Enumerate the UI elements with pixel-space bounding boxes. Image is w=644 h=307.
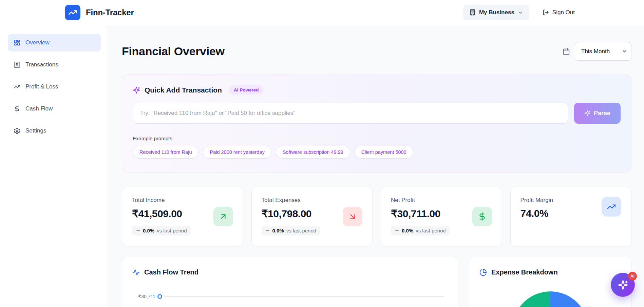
sparkles-icon: [618, 280, 628, 290]
stat-card-profit-margin: Profit Margin 74.0%: [510, 187, 632, 246]
stat-change-note: vs last period: [416, 228, 446, 233]
log-out-icon: [543, 9, 549, 16]
ai-badge: AI: [628, 272, 637, 281]
business-selector-button[interactable]: My Business: [463, 5, 529, 20]
example-prompts-label: Example prompts:: [133, 136, 621, 141]
sidebar-item-label: Settings: [25, 127, 46, 134]
example-prompt-chip[interactable]: Received 110 from Raju: [133, 146, 198, 159]
stat-label: Net Profit: [391, 197, 450, 204]
building-icon: [469, 9, 476, 16]
example-prompt-chip[interactable]: Paid 2000 rent yesterday: [203, 146, 271, 159]
parse-button-label: Parse: [594, 110, 610, 117]
sidebar-item-label: Transactions: [25, 61, 58, 68]
stat-change-note: vs last period: [286, 228, 316, 233]
minus-icon: [136, 228, 140, 233]
minus-icon: [395, 228, 399, 233]
top-header: Finn-Tracker My Business Sign Out: [0, 0, 644, 25]
charts-row: Cash Flow Trend ₹30,711 ₹24,569: [122, 257, 631, 307]
main-content: Financial Overview This Month Quick Add …: [108, 25, 644, 307]
y-axis-tick: ₹30,711: [132, 294, 155, 299]
stat-label: Total Income: [132, 197, 191, 204]
app-title: Finn-Tracker: [86, 8, 134, 17]
cash-flow-chart: ₹30,711 ₹24,569: [132, 294, 448, 307]
stat-change-value: 0.0%: [272, 228, 284, 233]
stat-value: ₹41,509.00: [132, 208, 191, 220]
receipt-icon: [14, 61, 20, 68]
quick-add-title: Quick Add Transaction: [145, 86, 222, 94]
pie-chart-icon: [479, 269, 487, 276]
activity-icon: [132, 269, 140, 276]
trending-up-icon: [68, 8, 77, 17]
trending-up-icon: [14, 83, 20, 90]
sidebar-item-label: Overview: [25, 39, 50, 46]
chevron-down-icon: [518, 10, 523, 15]
sidebar-item-settings[interactable]: Settings: [8, 122, 101, 140]
sidebar-item-overview[interactable]: Overview: [8, 34, 101, 52]
app-window: Finn-Tracker My Business Sign Out Overvi…: [0, 0, 644, 307]
trending-up-icon: [607, 202, 616, 211]
expense-donut-chart: [512, 291, 588, 307]
stat-label: Total Expenses: [262, 197, 320, 204]
data-point-marker: [157, 294, 162, 299]
example-prompt-chip[interactable]: Client payment 5000: [355, 146, 413, 159]
dollar-sign-icon: [14, 105, 20, 112]
gridline: [164, 296, 444, 297]
example-prompt-chip[interactable]: Software subscription 49.99: [276, 146, 350, 159]
ai-powered-badge: AI Powered: [229, 85, 264, 95]
expense-breakdown-card: Expense Breakdown: [469, 257, 631, 307]
sidebar-item-profit-loss[interactable]: Profit & Loss: [8, 78, 101, 96]
chart-title: Cash Flow Trend: [144, 268, 198, 276]
stat-value: ₹30,711.00: [391, 208, 450, 220]
sidebar-item-cash-flow[interactable]: Cash Flow: [8, 100, 101, 118]
sidebar-item-transactions[interactable]: Transactions: [8, 56, 101, 74]
cash-flow-trend-card: Cash Flow Trend ₹30,711 ₹24,569: [122, 257, 458, 307]
sparkles-icon: [133, 86, 140, 94]
stats-row: Total Income ₹41,509.00 0.0% vs last per…: [122, 187, 631, 246]
dollar-sign-icon: [478, 212, 487, 221]
calendar-icon: [563, 48, 570, 55]
stat-change-value: 0.0%: [143, 228, 154, 233]
stat-change-value: 0.0%: [402, 228, 413, 233]
arrow-up-right-icon: [219, 212, 228, 221]
stat-value: 74.0%: [520, 208, 553, 219]
business-selector-label: My Business: [479, 9, 514, 16]
chart-title: Expense Breakdown: [491, 268, 558, 276]
period-select[interactable]: This Month: [575, 42, 631, 61]
page-title: Financial Overview: [122, 45, 225, 58]
sparkles-icon: [584, 110, 590, 116]
sidebar: Overview Transactions Profit & Loss Cash…: [0, 25, 108, 307]
stat-change-badge: 0.0% vs last period: [391, 226, 450, 236]
header-actions: My Business Sign Out: [463, 5, 575, 20]
parse-button[interactable]: Parse: [574, 103, 621, 124]
brand: Finn-Tracker: [65, 5, 134, 20]
stat-change-badge: 0.0% vs last period: [262, 226, 320, 236]
ai-assistant-fab[interactable]: AI: [611, 273, 635, 297]
arrow-down-right-icon: [348, 212, 357, 221]
stat-card-net-profit: Net Profit ₹30,711.00 0.0% vs last perio…: [381, 187, 502, 246]
gear-icon: [14, 127, 20, 134]
quick-add-input[interactable]: [133, 103, 568, 124]
stat-change-note: vs last period: [157, 228, 187, 233]
sidebar-item-label: Cash Flow: [25, 105, 53, 112]
quick-add-card: Quick Add Transaction AI Powered Parse E…: [122, 75, 631, 172]
stat-value: ₹10,798.00: [262, 208, 320, 220]
minus-icon: [265, 228, 270, 233]
stat-label: Profit Margin: [520, 197, 553, 204]
sidebar-item-label: Profit & Loss: [25, 83, 58, 90]
stat-card-total-income: Total Income ₹41,509.00 0.0% vs last per…: [122, 187, 243, 246]
stat-card-total-expenses: Total Expenses ₹10,798.00 0.0% vs last p…: [251, 187, 373, 246]
sign-out-button[interactable]: Sign Out: [543, 9, 575, 16]
app-logo: [65, 5, 80, 20]
stat-change-badge: 0.0% vs last period: [132, 226, 191, 236]
sign-out-label: Sign Out: [552, 9, 575, 16]
dashboard-grid-icon: [14, 39, 20, 46]
